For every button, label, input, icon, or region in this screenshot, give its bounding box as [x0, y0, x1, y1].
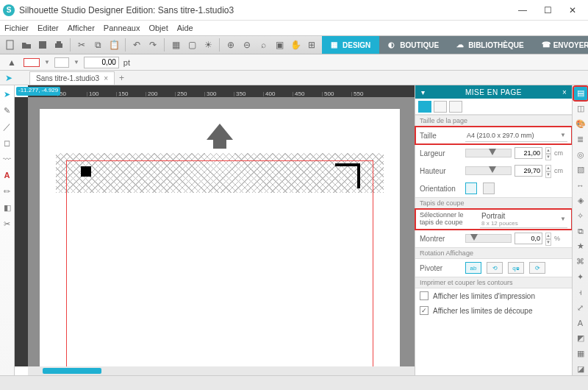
- tab-bibliotheque[interactable]: ☁BIBLIOTHÈQUE: [448, 36, 533, 54]
- hauteur-slider[interactable]: [465, 166, 512, 175]
- star-icon[interactable]: ★: [574, 240, 587, 253]
- largeur-slider[interactable]: [465, 149, 512, 157]
- zoom-in-icon[interactable]: ⊕: [223, 38, 238, 52]
- tab-design[interactable]: ▦DESIGN: [322, 36, 379, 54]
- trace-icon[interactable]: ◎: [574, 148, 587, 161]
- align-icon[interactable]: ⫞: [574, 286, 587, 299]
- transform-icon[interactable]: ↔: [574, 179, 587, 192]
- extra-icon[interactable]: ⊞: [304, 38, 319, 52]
- hauteur-input[interactable]: [514, 165, 542, 177]
- print-icon[interactable]: [51, 38, 66, 52]
- redo-icon[interactable]: ↷: [146, 38, 160, 52]
- cut-limits-checkbox[interactable]: ✓: [420, 306, 429, 315]
- cut-icon[interactable]: ✂: [74, 38, 89, 52]
- maximize-button[interactable]: ☐: [535, 1, 560, 19]
- mat-dropdown[interactable]: Portrait 8 x 12 pouces ▼: [480, 210, 567, 228]
- text-tool-icon[interactable]: A: [1, 169, 13, 181]
- freehand-icon[interactable]: 〰: [1, 153, 13, 165]
- open-file-icon[interactable]: [19, 38, 34, 52]
- color-dropdown-icon[interactable]: ▼: [44, 59, 50, 65]
- menu-fichier[interactable]: Fichier: [4, 24, 29, 32]
- palette-icon[interactable]: 🎨: [574, 118, 587, 131]
- save-icon[interactable]: [35, 38, 50, 52]
- print-limits-checkbox[interactable]: [420, 291, 429, 300]
- menu-aide[interactable]: Aide: [177, 24, 193, 32]
- offset-icon[interactable]: ◈: [574, 194, 587, 208]
- rotate-270-button[interactable]: ⟳: [529, 262, 545, 274]
- montrer-input[interactable]: [514, 233, 542, 244]
- deselect-icon[interactable]: ▢: [184, 38, 199, 52]
- panel-collapse-icon[interactable]: ▾: [418, 88, 427, 96]
- panel-header[interactable]: ▾ MISE EN PAGE ×: [415, 85, 572, 99]
- largeur-input[interactable]: [514, 147, 542, 159]
- send-icon[interactable]: ◩: [574, 332, 587, 345]
- stroke-swatch[interactable]: [54, 57, 69, 68]
- select-tool-icon[interactable]: ➤: [1, 88, 13, 100]
- pan-icon[interactable]: ✋: [288, 38, 303, 52]
- add-tab-button[interactable]: +: [119, 73, 124, 83]
- page-setup-icon[interactable]: ▤: [574, 87, 587, 100]
- replicate-icon[interactable]: ⧉: [574, 224, 587, 238]
- close-window-button[interactable]: ✕: [560, 1, 585, 19]
- close-tab-icon[interactable]: ×: [104, 74, 108, 82]
- select-all-icon[interactable]: ▦: [168, 38, 183, 52]
- orientation-portrait-button[interactable]: [465, 182, 477, 194]
- fill-swatch[interactable]: [24, 58, 40, 67]
- minimize-button[interactable]: —: [510, 1, 535, 19]
- mat-label: Sélectionner le tapis de coupe: [420, 212, 477, 227]
- rotate-0-button[interactable]: ab: [465, 262, 481, 274]
- tab-envoyer[interactable]: ☎ENVOYER: [533, 36, 588, 54]
- menu-editer[interactable]: Editer: [37, 24, 59, 32]
- fit-page-icon[interactable]: ▣: [272, 38, 287, 52]
- montrer-slider[interactable]: [465, 234, 512, 243]
- spin-up-icon[interactable]: ▲: [545, 147, 551, 154]
- layers-icon[interactable]: ▧: [574, 163, 587, 177]
- object-icon[interactable]: ◪: [574, 362, 587, 375]
- nesting-icon[interactable]: ⌘: [574, 255, 587, 269]
- horizontal-scrollbar[interactable]: [28, 366, 415, 375]
- edit-points-icon[interactable]: ✎: [1, 104, 13, 116]
- tab-boutique[interactable]: ◐BOUTIQUE: [379, 36, 448, 54]
- text-style-icon[interactable]: A: [574, 316, 587, 330]
- pixscan-icon[interactable]: ◫: [574, 102, 587, 116]
- menu-afficher[interactable]: Afficher: [68, 24, 95, 32]
- menu-objet[interactable]: Objet: [148, 24, 168, 32]
- pointer-tool-icon[interactable]: ➤: [1, 71, 16, 85]
- line-style-icon[interactable]: ≣: [574, 132, 587, 146]
- stroke-width-input[interactable]: [84, 57, 119, 68]
- paste-icon[interactable]: 📋: [107, 38, 121, 52]
- spin-down-icon[interactable]: ▼: [545, 154, 551, 160]
- scale-icon[interactable]: ⤢: [574, 301, 587, 314]
- sparkle-icon[interactable]: ✦: [574, 271, 587, 284]
- zoom-selection-icon[interactable]: ⌕: [256, 38, 270, 52]
- modify-icon[interactable]: ✧: [574, 209, 587, 222]
- page-outline: [66, 160, 373, 366]
- image-effects-icon[interactable]: ▦: [574, 347, 587, 361]
- stroke-dropdown-icon[interactable]: ▼: [74, 59, 79, 65]
- knife-tool-icon[interactable]: ✂: [1, 218, 13, 230]
- document-tab[interactable]: Sans titre-1.studio3 ×: [29, 71, 115, 85]
- settings-icon[interactable]: ☀: [201, 38, 215, 52]
- rotate-90-button[interactable]: ⟲: [487, 262, 503, 274]
- panel-tab-grid[interactable]: [434, 101, 447, 113]
- copy-icon[interactable]: ⧉: [90, 38, 105, 52]
- undo-icon[interactable]: ↶: [129, 38, 144, 52]
- menu-panneaux[interactable]: Panneaux: [104, 24, 140, 32]
- orientation-landscape-button[interactable]: [483, 182, 495, 194]
- panel-tab-reg[interactable]: [449, 101, 462, 113]
- shape-tool-icon[interactable]: ◻: [1, 137, 13, 149]
- dropdown-icon: ▼: [560, 132, 566, 138]
- viewport[interactable]: [28, 97, 415, 366]
- new-file-icon[interactable]: [3, 38, 18, 52]
- panel-close-icon[interactable]: ×: [560, 88, 569, 96]
- note-tool-icon[interactable]: ✏: [1, 185, 13, 197]
- scrollbar-thumb[interactable]: [43, 368, 101, 374]
- pointer-icon[interactable]: ▲: [4, 55, 19, 70]
- panel-tab-page[interactable]: [418, 101, 431, 113]
- eraser-tool-icon[interactable]: ◧: [1, 202, 13, 213]
- zoom-out-icon[interactable]: ⊖: [240, 38, 254, 52]
- taille-dropdown[interactable]: A4 (210.0 x 297.0 mm) ▼: [465, 129, 567, 142]
- rotate-180-button[interactable]: qɐ: [508, 262, 524, 274]
- app-icon: S: [3, 4, 15, 16]
- line-tool-icon[interactable]: ／: [1, 121, 13, 132]
